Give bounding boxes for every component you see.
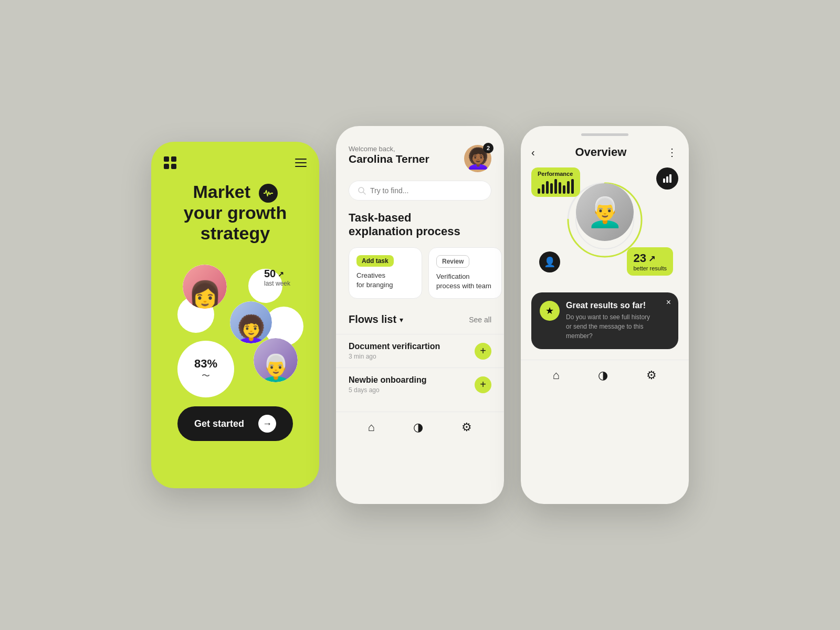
cta-section: Get started →: [151, 396, 319, 460]
card1-text: Creatives for branging: [356, 271, 393, 289]
nav-settings-icon[interactable]: ⚙: [461, 421, 472, 434]
person-image: 👨‍🦳: [576, 183, 634, 241]
bar-6: [559, 182, 561, 194]
avatar-male-bot: 👨‍🦳: [254, 338, 298, 382]
svg-rect-4: [669, 174, 671, 183]
grid-icon[interactable]: [164, 156, 176, 169]
title-line1: Market: [193, 182, 250, 202]
stat-label: last week: [264, 280, 290, 287]
phone3-nav: ⌂ ◑ ⚙: [521, 360, 689, 397]
page-title: Overview: [575, 145, 626, 159]
get-started-button[interactable]: Get started →: [177, 406, 293, 441]
phone2-nav: ⌂ ◑ ⚙: [336, 412, 504, 449]
flow2-add-button[interactable]: +: [475, 376, 491, 393]
task-cards: Add task Creatives for branging Review V…: [336, 247, 504, 299]
performance-bars: [538, 179, 574, 194]
flow2-name: Newbie onboarding: [349, 375, 426, 385]
more-options-button[interactable]: ⋮: [667, 146, 678, 159]
arrow-icon: →: [258, 415, 276, 433]
svg-rect-2: [663, 178, 665, 183]
flows-title-wrap: Flows list ▾: [349, 313, 403, 326]
flow2-time: 5 days ago: [349, 386, 426, 394]
chart-icon-button[interactable]: [656, 167, 678, 190]
notification-close-button[interactable]: ×: [666, 298, 671, 307]
menu-icon[interactable]: [295, 159, 307, 167]
title-line3: strategy: [201, 223, 270, 243]
nav3-settings-icon[interactable]: ⚙: [646, 369, 657, 382]
person-icon-button[interactable]: 👤: [539, 251, 560, 272]
nav3-chart-icon[interactable]: ◑: [598, 369, 608, 382]
person-icon: 👤: [544, 256, 555, 268]
bar-1: [538, 188, 540, 194]
card2-text: Verification process with team: [436, 272, 491, 290]
results-label: better results: [633, 265, 667, 271]
chart-area: Performance: [531, 167, 678, 283]
flow-item-2[interactable]: Newbie onboarding 5 days ago +: [336, 368, 504, 401]
stat-badge: 50 ↗ last week: [264, 268, 290, 287]
search-icon: [358, 186, 366, 195]
flows-chevron-icon[interactable]: ▾: [400, 316, 403, 324]
bar-chart-icon: [662, 173, 673, 184]
hero-title: Market your growth strategy: [151, 169, 319, 244]
avatar-female-top: 👩: [183, 265, 227, 309]
results-badge: 23 ↗ better results: [627, 247, 673, 276]
notif-title: Great results so far!: [566, 301, 670, 310]
bar-8: [567, 181, 570, 194]
get-started-label: Get started: [194, 418, 244, 429]
phone-2: Welcome back, Carolina Terner 👩🏾‍🦱 2 Tas…: [336, 126, 504, 504]
phone3-notch: [581, 133, 628, 136]
welcome-text: Welcome back,: [349, 145, 429, 153]
star-icon: ★: [540, 301, 560, 321]
notification-content: Great results so far! Do you want to see…: [566, 301, 670, 341]
hexagon-grid: 50 ↗ last week 👩 👩‍🦱 83%: [151, 249, 319, 396]
flows-header: Flows list ▾ See all: [336, 313, 504, 326]
task-card-1[interactable]: Add task Creatives for branging: [349, 247, 422, 299]
card2-badge: Review: [436, 255, 469, 268]
phone-1: Market your growth strategy 50 ↗: [151, 142, 319, 488]
percent-number: 83%: [194, 357, 217, 371]
svg-line-1: [363, 192, 365, 194]
card1-badge: Add task: [356, 255, 394, 267]
flow1-name: Document verificartion: [349, 342, 440, 351]
results-number: 23: [633, 251, 646, 265]
title-line2: your growth: [184, 203, 287, 223]
user-name: Carolina Terner: [349, 153, 429, 165]
stat-number: 50: [264, 268, 276, 280]
search-bar[interactable]: [349, 181, 491, 201]
bar-7: [563, 185, 565, 194]
notif-text: Do you want to see full history or send …: [566, 312, 670, 341]
flow1-time: 3 min ago: [349, 353, 440, 360]
phone2-header: Welcome back, Carolina Terner 👩🏾‍🦱 2: [336, 126, 504, 181]
see-all-link[interactable]: See all: [469, 316, 491, 324]
bar-9: [571, 179, 574, 194]
wave-chart-icon: 〜: [202, 371, 210, 382]
nav-home-icon[interactable]: ⌂: [368, 421, 375, 434]
phone-3: ‹ Overview ⋮ Performance: [521, 126, 689, 504]
flows-title: Flows list: [349, 313, 396, 326]
flow1-add-button[interactable]: +: [475, 343, 491, 360]
nav3-home-icon[interactable]: ⌂: [553, 369, 560, 382]
section-title-line1: Task-based: [349, 211, 411, 224]
bar-4: [550, 183, 553, 194]
performance-chip: Performance: [531, 167, 580, 197]
section-title: Task-based explanation process: [336, 211, 504, 239]
user-avatar-wrap[interactable]: 👩🏾‍🦱 2: [464, 145, 491, 172]
task-card-2[interactable]: Review Verification process with team: [428, 247, 502, 299]
welcome-section: Welcome back, Carolina Terner: [349, 145, 429, 165]
search-input[interactable]: [370, 186, 482, 195]
back-button[interactable]: ‹: [531, 146, 535, 159]
notification-badge: 2: [483, 143, 494, 153]
bar-2: [542, 184, 544, 194]
flow-item-1[interactable]: Document verificartion 3 min ago +: [336, 334, 504, 368]
flow-item-2-info: Newbie onboarding 5 days ago: [349, 375, 426, 394]
phone1-header: [151, 142, 319, 169]
phone3-topbar: [521, 126, 689, 136]
performance-label: Performance: [538, 171, 574, 177]
svg-rect-3: [666, 176, 668, 183]
nav-chart-icon[interactable]: ◑: [413, 421, 423, 434]
phone3-header: ‹ Overview ⋮: [521, 141, 689, 167]
bar-3: [546, 181, 549, 194]
pulse-icon: [259, 184, 278, 203]
flow-item-1-info: Document verificartion 3 min ago: [349, 342, 440, 360]
bar-5: [554, 179, 557, 194]
